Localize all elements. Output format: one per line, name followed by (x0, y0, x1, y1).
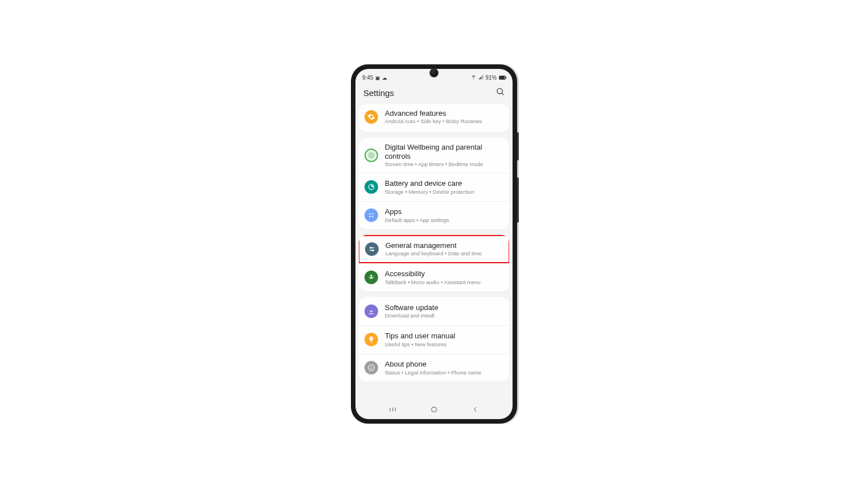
item-text: AppsDefault apps • App settings (385, 207, 504, 223)
settings-item-about-phone[interactable]: About phoneStatus • Legal information • … (359, 354, 509, 382)
item-text: Digital Wellbeing and parental controlsS… (385, 143, 504, 168)
download-icon (364, 304, 378, 318)
item-text: Tips and user manualUseful tips • New fe… (385, 332, 504, 347)
item-subtitle: Language and keyboard • Date and time (385, 250, 503, 256)
item-subtitle: Download and install (385, 312, 504, 319)
svg-point-4 (372, 213, 373, 215)
status-time: 9:45 (362, 75, 373, 81)
settings-item-advanced-features[interactable]: Advanced featuresAndroid Auto • Side key… (359, 104, 509, 132)
item-text: About phoneStatus • Legal information • … (385, 360, 504, 376)
search-button[interactable] (496, 87, 505, 98)
svg-point-6 (372, 216, 373, 217)
navigation-bar (355, 400, 513, 419)
page-title: Settings (363, 88, 394, 98)
item-text: Software updateDownload and install (385, 303, 504, 319)
ring-icon (364, 149, 378, 162)
svg-point-10 (372, 250, 374, 251)
front-camera (430, 69, 438, 77)
svg-point-0 (497, 89, 502, 94)
item-title: Apps (385, 207, 504, 216)
item-title: Advanced features (385, 109, 504, 118)
sliders-icon (365, 242, 379, 256)
care-icon (364, 180, 378, 194)
item-title: Battery and device care (385, 179, 504, 188)
settings-item-tips[interactable]: Tips and user manualUseful tips • New fe… (359, 325, 509, 354)
settings-list[interactable]: Advanced featuresAndroid Auto • Side key… (355, 104, 513, 400)
screen: 9:45 ▣ ☁ 91% Settings Adva (355, 69, 513, 419)
item-subtitle: Storage • Memory • Device protection (385, 189, 504, 195)
info-icon (364, 361, 378, 374)
gear-icon (364, 110, 378, 124)
settings-item-software-update[interactable]: Software updateDownload and install (359, 297, 509, 325)
person-icon (364, 271, 378, 284)
bulb-icon (364, 333, 378, 346)
battery-icon (498, 76, 506, 80)
settings-group: Digital Wellbeing and parental controlsS… (359, 138, 509, 229)
svg-point-11 (370, 274, 372, 277)
item-subtitle: Android Auto • Side key • Bixby Routines (385, 118, 504, 124)
item-text: Advanced featuresAndroid Auto • Side key… (385, 109, 504, 125)
item-text: Battery and device careStorage • Memory … (385, 179, 504, 195)
settings-item-general-management[interactable]: General managementLanguage and keyboard … (359, 235, 509, 263)
battery-percent: 91% (485, 75, 497, 81)
item-subtitle: Useful tips • New features (385, 341, 504, 347)
status-left-icons: ▣ ☁ (375, 75, 387, 81)
item-title: Tips and user manual (385, 332, 504, 341)
svg-point-8 (370, 247, 371, 248)
back-button[interactable] (471, 405, 480, 414)
settings-item-apps[interactable]: AppsDefault apps • App settings (359, 201, 509, 229)
svg-rect-14 (371, 367, 371, 369)
header: Settings (355, 82, 513, 104)
svg-point-5 (370, 216, 371, 217)
item-title: Software update (385, 303, 504, 312)
settings-group: Advanced featuresAndroid Auto • Side key… (359, 104, 509, 132)
item-subtitle: Status • Legal information • Phone name (385, 369, 504, 376)
svg-rect-18 (432, 407, 436, 412)
item-title: Digital Wellbeing and parental controls (385, 143, 504, 160)
item-title: About phone (385, 360, 504, 369)
recents-button[interactable] (388, 405, 397, 414)
grid-icon (364, 208, 378, 222)
settings-group: General managementLanguage and keyboard … (359, 235, 509, 291)
settings-item-digital-wellbeing[interactable]: Digital Wellbeing and parental controlsS… (359, 138, 509, 173)
wifi-icon (471, 74, 476, 81)
item-subtitle: Screen time • App timers • Bedtime mode (385, 161, 504, 167)
settings-item-accessibility[interactable]: AccessibilityTalkBack • Mono audio • Ass… (359, 263, 509, 291)
item-text: AccessibilityTalkBack • Mono audio • Ass… (385, 269, 504, 285)
item-text: General managementLanguage and keyboard … (385, 241, 503, 257)
item-title: Accessibility (385, 269, 504, 278)
item-subtitle: TalkBack • Mono audio • Assistant menu (385, 279, 504, 285)
settings-group: Software updateDownload and installTips … (359, 297, 509, 382)
item-subtitle: Default apps • App settings (385, 217, 504, 223)
svg-line-1 (502, 93, 504, 95)
settings-item-battery[interactable]: Battery and device careStorage • Memory … (359, 173, 509, 201)
svg-point-13 (371, 366, 371, 367)
item-title: General management (385, 241, 503, 250)
phone-frame: 9:45 ▣ ☁ 91% Settings Adva (351, 64, 517, 424)
home-button[interactable] (429, 405, 439, 414)
svg-point-3 (370, 213, 371, 215)
signal-icon (478, 74, 484, 81)
